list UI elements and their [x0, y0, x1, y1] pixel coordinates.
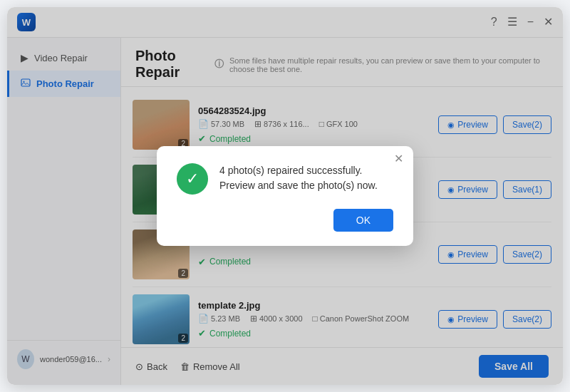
success-icon: ✓ — [177, 163, 208, 195]
modal-overlay: ✕ ✓ 4 photo(s) repaired successfully. Pr… — [7, 7, 563, 385]
modal-box: ✕ ✓ 4 photo(s) repaired successfully. Pr… — [157, 146, 413, 246]
modal-footer: OK — [177, 209, 393, 232]
modal-message: 4 photo(s) repaired successfully. Previe… — [219, 163, 393, 193]
modal-content: ✓ 4 photo(s) repaired successfully. Prev… — [177, 163, 393, 195]
ok-button[interactable]: OK — [333, 209, 393, 232]
modal-close-button[interactable]: ✕ — [394, 153, 403, 165]
app-window: W ? ☰ − ✕ ▶ Video Repair — [7, 7, 563, 385]
